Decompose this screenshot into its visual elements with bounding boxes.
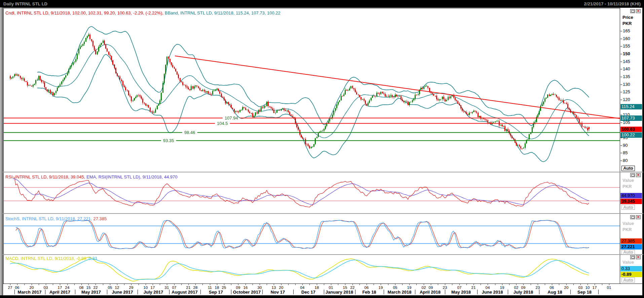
price-axis-tick-label: 160 bbox=[623, 36, 630, 41]
xaxis-tick-mark bbox=[231, 284, 231, 285]
xaxis-month-label: May 2017 bbox=[81, 290, 101, 295]
xaxis-tick-mark bbox=[202, 284, 203, 285]
macd-value-badge: 0.33 bbox=[620, 266, 642, 271]
price-axis-tick-mark bbox=[620, 153, 622, 153]
price-axis-title: Price bbox=[622, 15, 633, 20]
xaxis-tick-mark bbox=[295, 284, 296, 285]
xaxis-day-label: 19 bbox=[407, 286, 412, 290]
bband-legend: BBand, INTRNL STL LD, 9/11/2018, 115.24,… bbox=[165, 10, 280, 15]
xaxis-tick-mark bbox=[416, 284, 417, 285]
stoch-panel-restore-icon[interactable] bbox=[630, 215, 635, 219]
price-plot[interactable] bbox=[4, 8, 620, 172]
xaxis-tick-mark bbox=[67, 284, 68, 285]
price-panel-close-icon[interactable]: ✕ bbox=[636, 9, 641, 13]
price-axis-tick-mark bbox=[620, 69, 622, 69]
xaxis-month-separator bbox=[200, 290, 201, 294]
xaxis-day-label: 10 bbox=[585, 286, 590, 290]
xaxis-month-separator bbox=[262, 290, 263, 294]
xaxis-day-label: 13 bbox=[272, 286, 276, 290]
xaxis-tick-mark bbox=[395, 284, 395, 285]
plot-left-border bbox=[3, 8, 4, 284]
xaxis-day-label: 22 bbox=[350, 286, 355, 290]
stoch-axis-title: Value bbox=[622, 221, 634, 226]
xaxis-tick-mark bbox=[602, 284, 602, 285]
xaxis-tick-mark bbox=[160, 284, 160, 285]
xaxis-tick-mark bbox=[438, 284, 438, 285]
xaxis-day-label: 20 bbox=[279, 286, 283, 290]
xaxis-tick-mark bbox=[359, 284, 360, 285]
price-auto-scale-button[interactable]: Auto bbox=[621, 166, 635, 171]
xaxis-day-label: 06 bbox=[365, 286, 369, 290]
price-panel-restore-icon[interactable] bbox=[630, 9, 635, 13]
xaxis-day-label: 17 bbox=[151, 286, 155, 290]
rsi-panel-restore-icon[interactable] bbox=[630, 173, 635, 177]
xaxis-day-label: 01 bbox=[607, 286, 611, 290]
xaxis-tick-mark bbox=[81, 284, 82, 285]
xaxis-month-label: May 2018 bbox=[451, 290, 471, 295]
macd-signal-legend-text: 0.33 bbox=[89, 256, 97, 261]
price-axis-tick-mark bbox=[620, 77, 622, 77]
price-axis-tick-mark bbox=[620, 161, 622, 161]
price-axis-tick-mark bbox=[620, 92, 622, 92]
xaxis-day-label: 16 bbox=[243, 286, 248, 290]
price-axis-tick-label: 135 bbox=[623, 74, 630, 79]
xaxis-tick-mark bbox=[139, 284, 139, 285]
xaxis-day-label: 02 bbox=[422, 286, 426, 290]
xaxis-tick-mark bbox=[274, 284, 274, 285]
xaxis-tick-mark bbox=[402, 284, 403, 285]
xaxis-tick-mark bbox=[153, 284, 153, 285]
date-range-label: 2/21/2017 - 10/11/2018 (KHI) bbox=[584, 1, 641, 6]
xaxis-day-label: 02 bbox=[514, 286, 519, 290]
xaxis-month-label: Nov 17 bbox=[271, 290, 285, 295]
macd-panel-restore-icon[interactable] bbox=[630, 255, 635, 259]
xaxis-tick-mark bbox=[288, 284, 289, 285]
xaxis-tick-mark bbox=[60, 284, 60, 285]
xaxis-tick-mark bbox=[167, 284, 167, 285]
xaxis-tick-mark bbox=[509, 284, 509, 285]
xaxis-day-label: 09 bbox=[521, 286, 526, 290]
xaxis-day-label: 09 bbox=[429, 286, 433, 290]
xaxis-month-separator bbox=[138, 290, 138, 294]
xaxis-day-label: 18 bbox=[215, 286, 219, 290]
xaxis-tick-mark bbox=[324, 284, 324, 285]
rsi-panel-close-icon[interactable]: ✕ bbox=[636, 173, 641, 177]
rsi-auto-scale-button[interactable]: Auto bbox=[621, 205, 635, 210]
price-axis-tick-label: 125 bbox=[623, 89, 630, 95]
panel-separator-1 bbox=[3, 172, 643, 172]
price-axis-tick-mark bbox=[620, 85, 622, 85]
xaxis-month-separator bbox=[293, 290, 294, 294]
xaxis-month-separator bbox=[107, 290, 107, 294]
xaxis-top-border bbox=[3, 284, 643, 284]
rsi-value-badge: 44.970 bbox=[620, 193, 642, 198]
xaxis-day-label: 05 bbox=[393, 286, 397, 290]
xaxis-tick-mark bbox=[39, 284, 39, 285]
price-value-badge: 100.22 bbox=[620, 132, 642, 138]
xaxis-month-separator bbox=[45, 290, 45, 294]
xaxis-month-separator bbox=[570, 290, 571, 294]
price-axis-tick-label: 165 bbox=[623, 28, 630, 34]
xaxis-tick-mark bbox=[502, 284, 502, 285]
xaxis-day-label: 08 bbox=[79, 286, 84, 290]
xaxis-tick-mark bbox=[566, 284, 567, 285]
price-axis-tick-mark bbox=[620, 54, 622, 54]
rsi-axis-title: PKR bbox=[622, 184, 632, 189]
xaxis-day-label: 04 bbox=[486, 286, 490, 290]
xaxis-month-separator bbox=[75, 290, 75, 294]
rsi-ema-legend-text: EMA, RSI(INTRNL STL LD), 9/11/2018, 44.9… bbox=[86, 174, 177, 179]
rsi-legend-text: RSI, INTRNL STL LD, 9/11/2018, 39.045, bbox=[5, 174, 85, 179]
xaxis-tick-mark bbox=[260, 284, 260, 285]
stoch-panel-close-icon[interactable]: ✕ bbox=[636, 215, 641, 219]
xaxis-month-label: April 2018 bbox=[420, 290, 441, 295]
xaxis-month-label: August 2017 bbox=[172, 290, 197, 295]
title-bar: Daily INTRNL STL LD 2/21/2017 - 10/11/20… bbox=[0, 0, 644, 7]
macd-legend: MACD, INTRNL STL LD, 9/11/2018, -0.89,0.… bbox=[5, 256, 99, 261]
macd-panel-close-icon[interactable]: ✕ bbox=[636, 255, 641, 259]
xaxis-tick-mark bbox=[131, 284, 131, 285]
xaxis-tick-mark bbox=[317, 284, 317, 285]
price-axis-tick-mark bbox=[620, 46, 622, 46]
stoch-auto-scale-button[interactable]: Auto bbox=[621, 250, 635, 255]
macd-auto-scale-button[interactable]: Auto bbox=[621, 277, 635, 283]
xaxis-day-label: 28 bbox=[193, 286, 198, 290]
rsi-legend: RSI, INTRNL STL LD, 9/11/2018, 39.045,EM… bbox=[5, 174, 179, 179]
price-axis-tick-mark bbox=[620, 123, 622, 123]
